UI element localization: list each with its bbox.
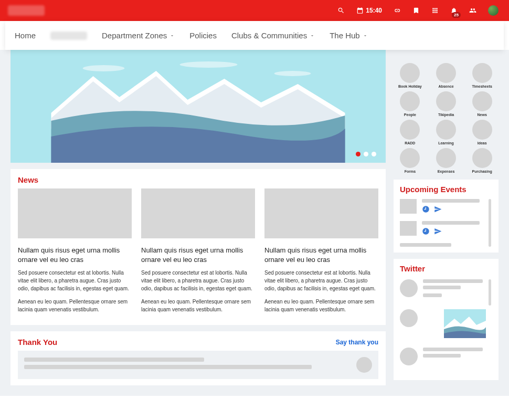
avatar-placeholder [400, 348, 418, 365]
news-body: Aenean eu leo quam. Pellentesque ornare … [141, 298, 255, 313]
news-body: Sed posuere consectetur est at lobortis.… [264, 269, 378, 292]
twitter-title: Twitter [400, 264, 492, 273]
svg-point-1 [180, 61, 238, 68]
nav-home[interactable]: Home [15, 31, 36, 40]
tweet-item[interactable] [400, 279, 486, 300]
news-card: News Nullam quis risus eget urna mollis … [10, 169, 386, 325]
notification-badge: 25 [452, 12, 461, 18]
notifications-icon[interactable]: 25 [450, 7, 458, 14]
hero-carousel[interactable] [10, 50, 386, 163]
svg-point-2 [274, 71, 311, 76]
news-image [18, 188, 132, 238]
news-title: News [18, 175, 38, 184]
event-item[interactable] [400, 221, 486, 236]
nav-clubs[interactable]: Clubs & Communities [231, 31, 315, 40]
shortcut-absence[interactable]: Absence [430, 63, 463, 88]
shortcut-purchasing[interactable]: Purchasing [465, 148, 499, 173]
carousel-dot-3[interactable] [372, 152, 376, 156]
logo[interactable] [8, 5, 45, 16]
shortcut-timesheets[interactable]: Timesheets [465, 63, 499, 88]
clock-icon [422, 205, 430, 213]
location-icon [434, 227, 442, 235]
shortcut-tikipedia[interactable]: Tikipedia [430, 91, 463, 117]
news-item[interactable]: Nullam quis risus eget urna mollis ornar… [18, 188, 132, 319]
avatar-placeholder [400, 309, 418, 327]
chevron-down-icon [310, 33, 315, 38]
thank-you-card: Thank You Say thank you [10, 331, 386, 385]
events-card: Upcoming Events [394, 180, 499, 253]
nav-item-blurred[interactable] [50, 32, 87, 40]
twitter-card: Twitter [394, 259, 499, 380]
scrollbar[interactable] [489, 199, 491, 247]
shortcut-book-holiday[interactable]: Book Holiday [394, 63, 427, 88]
news-body: Sed posuere consectetur est at lobortis.… [18, 269, 132, 292]
time-display: 15:40 [356, 7, 382, 14]
tweet-item[interactable] [400, 348, 486, 365]
search-icon[interactable] [337, 7, 345, 14]
events-title: Upcoming Events [400, 185, 492, 194]
event-item[interactable] [400, 199, 486, 214]
main-nav: Home Department Zones Policies Clubs & C… [5, 21, 504, 50]
shortcut-people[interactable]: People [394, 91, 427, 117]
news-item[interactable]: Nullam quis risus eget urna mollis ornar… [264, 188, 378, 319]
say-thank-you-button[interactable]: Say thank you [336, 339, 378, 346]
bookmark-icon[interactable] [412, 7, 420, 14]
thank-you-placeholder [18, 351, 378, 379]
news-item[interactable]: Nullam quis risus eget urna mollis ornar… [141, 188, 255, 319]
shortcut-news[interactable]: News [465, 91, 499, 117]
shortcut-ideas[interactable]: Ideas [465, 120, 499, 145]
shortcut-forms[interactable]: Forms [394, 148, 427, 173]
top-bar: 15:40 25 [0, 0, 509, 21]
shortcut-expenses[interactable]: Expenses [430, 148, 463, 173]
svg-point-0 [83, 65, 125, 71]
carousel-dot-2[interactable] [364, 152, 368, 156]
shortcut-grid: Book HolidayAbsenceTimesheetsPeopleTikip… [394, 50, 499, 173]
nav-hub[interactable]: The Hub [330, 31, 368, 40]
location-icon [434, 205, 442, 213]
clock-icon [422, 227, 430, 235]
tweet-image [444, 309, 486, 338]
carousel-dot-1[interactable] [356, 152, 360, 156]
nav-policies[interactable]: Policies [189, 31, 217, 40]
chevron-down-icon [169, 33, 175, 38]
news-headline: Nullam quis risus eget urna mollis ornar… [18, 246, 132, 265]
shortcut-radd[interactable]: RADD [394, 120, 427, 145]
news-image [141, 188, 255, 238]
link-icon[interactable] [394, 7, 401, 14]
apps-icon[interactable] [431, 7, 439, 14]
news-body: Aenean eu leo quam. Pellentesque ornare … [18, 298, 132, 313]
shortcut-learning[interactable]: Learning [430, 120, 463, 145]
news-headline: Nullam quis risus eget urna mollis ornar… [264, 246, 378, 265]
tweet-item[interactable] [400, 309, 486, 338]
news-body: Aenean eu leo quam. Pellentesque ornare … [264, 298, 378, 313]
avatar[interactable] [488, 5, 499, 16]
thank-you-title: Thank You [18, 338, 57, 346]
news-body: Sed posuere consectetur est at lobortis.… [141, 269, 255, 292]
people-icon[interactable] [469, 7, 476, 14]
news-headline: Nullam quis risus eget urna mollis ornar… [141, 246, 255, 265]
news-image [264, 188, 378, 238]
chevron-down-icon [363, 33, 368, 38]
scrollbar[interactable] [489, 279, 491, 306]
nav-department-zones[interactable]: Department Zones [102, 31, 175, 40]
avatar-placeholder [356, 357, 372, 373]
avatar-placeholder [400, 279, 418, 297]
carousel-dots [356, 152, 376, 156]
